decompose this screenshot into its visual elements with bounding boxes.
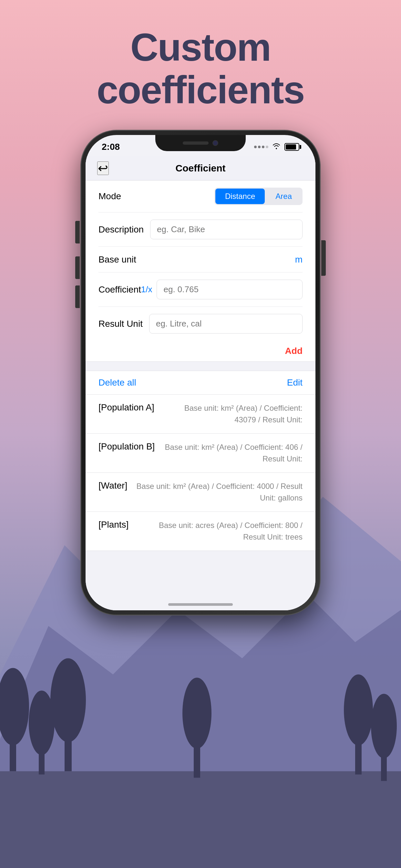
item-name: [Population B] bbox=[98, 441, 155, 452]
form-section: Mode Distance Area Description Base unit bbox=[86, 181, 315, 341]
add-row: Add bbox=[86, 341, 315, 362]
svg-point-8 bbox=[50, 658, 86, 742]
base-unit-value: m bbox=[295, 254, 303, 265]
list-item[interactable]: [Population A] Base unit: km² (Area) / C… bbox=[86, 395, 315, 434]
edit-button[interactable]: Edit bbox=[287, 377, 303, 388]
result-unit-input[interactable] bbox=[149, 314, 303, 334]
base-unit-row: Base unit m bbox=[98, 247, 303, 273]
wifi-icon bbox=[272, 143, 281, 151]
coefficient-wrapper: 1/x bbox=[141, 280, 303, 299]
svg-point-10 bbox=[182, 678, 212, 748]
speaker bbox=[183, 142, 209, 145]
battery-fill bbox=[286, 144, 296, 150]
coefficient-input[interactable] bbox=[157, 280, 303, 299]
mode-label: Mode bbox=[98, 191, 121, 202]
list-item[interactable]: [Population B] Base unit: km² (Area) / C… bbox=[86, 434, 315, 473]
result-unit-row: Result Unit bbox=[98, 307, 303, 341]
bottom-spacer bbox=[86, 551, 315, 577]
signal-dot bbox=[254, 146, 257, 148]
description-row: Description bbox=[98, 213, 303, 247]
list-controls: Delete all Edit bbox=[86, 371, 315, 395]
item-details: Base unit: km² (Area) / Coefficient: 400… bbox=[134, 480, 303, 504]
signal-dot bbox=[262, 146, 265, 148]
item-name: [Plants] bbox=[98, 520, 128, 530]
signal-dot bbox=[258, 146, 260, 148]
item-details: Base unit: acres (Area) / Coefficient: 8… bbox=[135, 520, 303, 543]
coefficient-row: Coefficient 1/x bbox=[98, 273, 303, 307]
result-unit-label: Result Unit bbox=[98, 319, 143, 329]
list-item[interactable]: [Water] Base unit: km² (Area) / Coeffici… bbox=[86, 473, 315, 512]
status-time: 2:08 bbox=[102, 139, 120, 152]
svg-rect-2 bbox=[0, 771, 401, 868]
svg-point-14 bbox=[371, 693, 397, 758]
back-button[interactable]: ↩ bbox=[97, 161, 109, 175]
nav-bar: ↩ Coefficient bbox=[86, 156, 315, 181]
description-label: Description bbox=[98, 224, 144, 235]
svg-point-12 bbox=[344, 674, 373, 745]
item-details: Base unit: km² (Area) / Coefficient: 430… bbox=[161, 402, 303, 426]
delete-all-button[interactable]: Delete all bbox=[98, 377, 136, 388]
mode-toggle[interactable]: Distance Area bbox=[214, 188, 303, 205]
signal-dots bbox=[254, 146, 268, 148]
status-icons bbox=[254, 140, 299, 151]
item-name: [Population A] bbox=[98, 402, 154, 413]
mode-area-button[interactable]: Area bbox=[266, 189, 302, 204]
list-section: [Population A] Base unit: km² (Area) / C… bbox=[86, 395, 315, 551]
list-item[interactable]: [Plants] Base unit: acres (Area) / Coeff… bbox=[86, 512, 315, 551]
coefficient-prefix: 1/x bbox=[141, 284, 152, 294]
item-details: Base unit: km² (Area) / Coefficient: 406… bbox=[161, 441, 303, 465]
app-content[interactable]: ↩ Coefficient Mode Distance Area bbox=[86, 156, 315, 610]
add-button[interactable]: Add bbox=[285, 346, 303, 356]
phone-notch bbox=[155, 135, 246, 151]
camera bbox=[212, 140, 218, 146]
signal-dot bbox=[266, 146, 268, 148]
battery-icon bbox=[284, 143, 299, 151]
page-title: Custom coefficients bbox=[97, 26, 305, 111]
mode-row: Mode Distance Area bbox=[98, 181, 303, 213]
home-indicator bbox=[168, 603, 233, 606]
item-name: [Water] bbox=[98, 480, 127, 491]
nav-title: Coefficient bbox=[175, 163, 225, 174]
base-unit-label: Base unit bbox=[98, 254, 136, 265]
mode-distance-button[interactable]: Distance bbox=[215, 189, 265, 204]
coefficient-label: Coefficient bbox=[98, 284, 141, 295]
description-input[interactable] bbox=[150, 220, 303, 239]
header-area: Custom coefficients bbox=[97, 0, 305, 130]
phone-mockup: 2:08 bbox=[81, 130, 320, 615]
